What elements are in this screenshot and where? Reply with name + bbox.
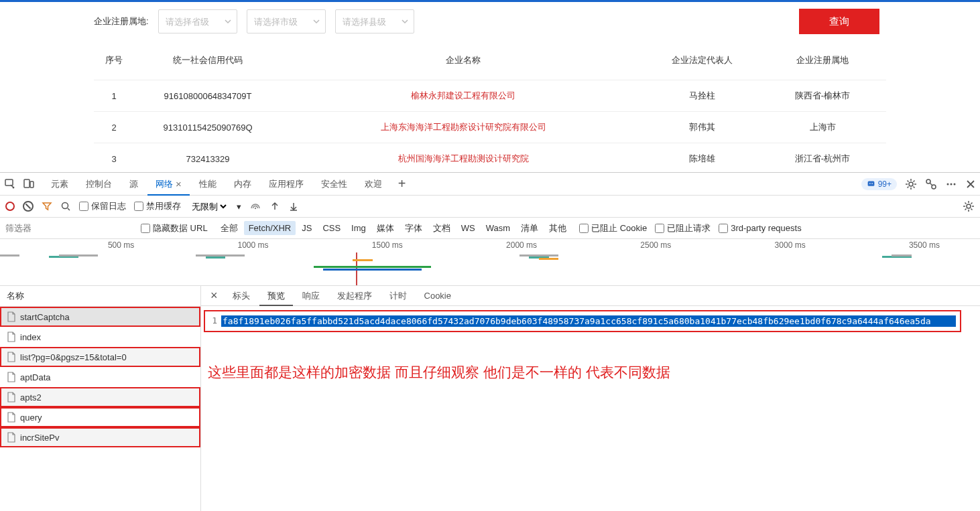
document-icon	[7, 332, 16, 342]
cell-idx: 1	[94, 80, 134, 112]
devtools-tab[interactable]: 应用程序	[261, 173, 312, 195]
svg-rect-1	[24, 179, 29, 188]
record-icon[interactable]	[5, 202, 15, 211]
filter-label: 企业注册属地:	[94, 15, 149, 27]
toolbar-settings-icon[interactable]	[963, 200, 975, 212]
devtools-tab[interactable]: 源	[121, 173, 146, 195]
devtools-tab[interactable]: 欢迎	[357, 173, 390, 195]
devtools-tab[interactable]: 网络×	[147, 173, 190, 195]
preserve-log-checkbox[interactable]: 保留日志	[79, 200, 126, 212]
devtools-tab[interactable]: 性能	[191, 173, 225, 195]
timeline-label: 2500 ms	[640, 240, 671, 250]
request-item[interactable]: query	[0, 407, 200, 427]
devtools-right-controls: 99+	[861, 178, 976, 190]
cell-code: 732413329	[134, 143, 282, 173]
request-name: startCaptcha	[20, 312, 70, 322]
type-filter[interactable]: 字体	[400, 220, 427, 236]
city-select[interactable]: 请选择市级	[247, 9, 326, 33]
settings-icon[interactable]	[905, 178, 917, 190]
devtools-tab[interactable]: 内存	[226, 173, 259, 195]
province-select[interactable]: 请选择省级	[158, 9, 237, 33]
more-icon[interactable]	[945, 178, 957, 190]
add-tab-icon[interactable]: +	[391, 176, 413, 192]
request-name: list?pg=0&pgsz=15&total=0	[20, 352, 127, 362]
detail-tab[interactable]: 计时	[381, 286, 415, 305]
annotation-text: 这些里面都是这样的加密数据 而且仔细观察 他们是不一样的 代表不同数据	[201, 336, 980, 382]
download-har-icon[interactable]	[288, 201, 299, 212]
request-item[interactable]: index	[0, 327, 200, 347]
detail-tab[interactable]: 发起程序	[329, 286, 380, 305]
cell-loc: 浙江省-杭州市	[759, 143, 886, 173]
type-filter[interactable]: Img	[347, 221, 371, 235]
cell-code: 91610800064834709T	[134, 80, 282, 112]
device-icon[interactable]	[23, 178, 35, 190]
document-icon	[7, 392, 16, 403]
request-item[interactable]: aptData	[0, 367, 200, 387]
request-item[interactable]: list?pg=0&pgsz=15&total=0	[0, 347, 200, 367]
type-filter[interactable]: WS	[456, 221, 480, 235]
timeline-bar	[353, 259, 372, 261]
hide-data-url-checkbox[interactable]: 隐藏数据 URL	[141, 222, 208, 234]
close-devtools-icon[interactable]	[965, 179, 976, 190]
request-item[interactable]: incrSitePv	[0, 427, 200, 447]
request-item[interactable]: apts2	[0, 387, 200, 407]
detail-tab[interactable]: 预览	[259, 286, 293, 305]
close-tab-icon[interactable]: ×	[176, 178, 182, 190]
type-filter[interactable]: 全部	[216, 220, 243, 236]
type-filter[interactable]: 清单	[516, 220, 543, 236]
disable-cache-checkbox[interactable]: 禁用缓存	[134, 200, 181, 212]
county-select[interactable]: 请选择县级	[335, 9, 414, 33]
throttling-select[interactable]: 无限制	[189, 201, 229, 212]
inspect-icon[interactable]	[4, 178, 16, 190]
devtools-tab[interactable]: 元素	[43, 173, 76, 195]
search-icon[interactable]	[60, 201, 71, 212]
cell-name-link[interactable]: 上海东海海洋工程勘察设计研究院有限公司	[282, 112, 645, 143]
type-filter[interactable]: Wasm	[481, 221, 515, 235]
detail-tabbar: × 标头预览响应发起程序计时Cookie	[201, 286, 980, 306]
request-name: aptData	[20, 372, 51, 382]
cell-loc: 陕西省-榆林市	[759, 80, 886, 112]
detail-tab[interactable]: Cookie	[416, 286, 459, 305]
response-body[interactable]: fa8f1891eb026fa5ffabbd521d5acd4dace8066f…	[221, 315, 956, 327]
cell-code: 91310115425090769Q	[134, 112, 282, 143]
detail-tab[interactable]: 响应	[294, 286, 328, 305]
network-conditions-icon[interactable]	[249, 200, 261, 212]
close-detail-icon[interactable]: ×	[205, 289, 223, 303]
upload-har-icon[interactable]	[269, 201, 280, 212]
timeline-bar	[539, 258, 558, 260]
clear-icon[interactable]	[23, 201, 34, 212]
svg-point-6	[909, 182, 913, 186]
devtools-tab[interactable]: 安全性	[313, 173, 355, 195]
svg-point-10	[951, 183, 953, 185]
devtools-panel: 元素控制台源网络×性能内存应用程序安全性欢迎 + 99+ 保留日志 禁用缓存 无…	[0, 172, 980, 511]
svg-point-12	[62, 203, 68, 209]
line-number: 1	[209, 315, 221, 325]
query-button[interactable]: 查询	[799, 9, 879, 34]
blocked-requests-checkbox[interactable]: 已阻止请求	[655, 222, 711, 234]
type-filter[interactable]: Fetch/XHR	[244, 221, 296, 235]
blocked-cookies-checkbox[interactable]: 已阻止 Cookie	[579, 222, 647, 234]
dock-icon[interactable]	[925, 178, 937, 190]
cell-name-link[interactable]: 榆林永邦建设工程有限公司	[282, 80, 645, 112]
network-timeline[interactable]: 500 ms1000 ms1500 ms2000 ms2500 ms3000 m…	[0, 239, 980, 286]
third-party-checkbox[interactable]: 3rd-party requests	[719, 223, 802, 233]
cell-idx: 2	[94, 112, 134, 143]
cell-name-link[interactable]: 杭州国海海洋工程勘测设计研究院	[282, 143, 645, 173]
type-filter[interactable]: 文档	[428, 220, 455, 236]
detail-tab[interactable]: 标头	[225, 286, 258, 305]
type-filter[interactable]: 其他	[544, 220, 571, 236]
request-item[interactable]: startCaptcha	[0, 307, 200, 327]
type-filter[interactable]: CSS	[318, 221, 345, 235]
timeline-label: 3000 ms	[775, 240, 806, 250]
document-icon	[7, 432, 16, 443]
type-filter[interactable]: 媒体	[372, 220, 399, 236]
type-filter[interactable]: JS	[297, 221, 316, 235]
issues-badge[interactable]: 99+	[861, 178, 897, 190]
request-list: 名称 startCaptchaindexlist?pg=0&pgsz=15&to…	[0, 286, 201, 511]
th-rep: 企业法定代表人	[645, 44, 759, 80]
filter-toggle-icon[interactable]	[42, 201, 52, 212]
filter-input[interactable]	[5, 223, 133, 233]
throttle-caret-icon: ▾	[237, 202, 241, 212]
devtools-tab[interactable]: 控制台	[78, 173, 120, 195]
timeline-bar	[314, 266, 431, 268]
